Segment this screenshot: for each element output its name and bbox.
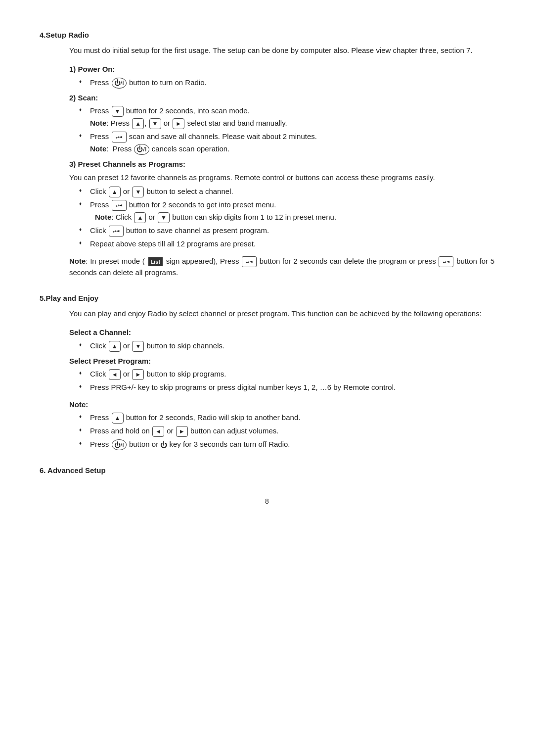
- down-icon-note: ▼: [149, 118, 161, 129]
- up-icon-preset-note: ▲: [134, 212, 146, 223]
- preset-list: Click ▲ or ▼ button to select a channel.…: [69, 186, 494, 250]
- note-item-1: Press ▲ button for 2 seconds, Radio will…: [79, 412, 494, 424]
- up-icon-band: ▲: [112, 413, 124, 424]
- left-icon-preset: ◄: [109, 369, 121, 380]
- power-on-item-1: Press ⏻/I button to turn on Radio.: [79, 77, 494, 89]
- preset-intro: You can preset 12 favorite channels as p…: [69, 172, 494, 184]
- enter-icon-preset2: ↵◄: [109, 226, 124, 236]
- enter-icon-preset: ↵◄: [112, 200, 127, 211]
- down-icon-preset: ▼: [132, 187, 144, 197]
- select-channel-item-1: Click ▲ or ▼ button to skip channels.: [79, 340, 494, 352]
- notes-title: Note:: [69, 399, 494, 411]
- select-preset-title: Select Preset Program:: [69, 356, 494, 367]
- select-preset-item-2: Press PRG+/- key to skip programs or pre…: [79, 382, 494, 393]
- right-icon-preset: ►: [132, 369, 144, 380]
- section-5-title: 5.Play and Enjoy: [40, 293, 494, 304]
- enter-icon-note2: ↵◄: [439, 256, 453, 267]
- preset-item-2: Press ↵◄ button for 2 seconds to get int…: [79, 199, 494, 223]
- down-icon-channel: ▼: [132, 341, 144, 352]
- subsection-power-on: 1) Power On: Press ⏻/I button to turn on…: [69, 64, 494, 89]
- select-preset-item-1: Click ◄ or ► button to skip programs.: [79, 369, 494, 380]
- up-icon-channel: ▲: [109, 341, 121, 352]
- section-6-title: 6. Advanced Setup: [40, 465, 494, 476]
- section-play-enjoy: 5.Play and Enjoy You can play and enjoy …: [40, 293, 494, 450]
- select-preset-list: Click ◄ or ► button to skip programs. Pr…: [69, 369, 494, 393]
- standby-icon-note: ⏻: [160, 440, 167, 450]
- page-number: 8: [40, 496, 494, 507]
- power-on-list: Press ⏻/I button to turn on Radio.: [69, 77, 494, 89]
- scan-list: Press ▼ button for 2 seconds, into scan …: [69, 105, 494, 155]
- preset-note-1: Note: Click ▲ or ▼ button can skip digit…: [90, 212, 494, 223]
- left-icon-vol: ◄: [152, 426, 164, 437]
- section-setup-radio: 4.Setup Radio You must do initial setup …: [40, 30, 494, 278]
- section-4-intro: You must do initial setup for the first …: [69, 45, 494, 56]
- subsection-preset: 3) Preset Channels as Programs: You can …: [69, 159, 494, 250]
- section-5-intro: You can play and enjoy Radio by select c…: [69, 308, 494, 320]
- scan-item-2: Press ↵◄ scan and save all channels. Ple…: [79, 131, 494, 155]
- power-icon-note: ⏻/I: [134, 144, 149, 155]
- select-channel-title: Select a Channel:: [69, 327, 494, 338]
- subsection-scan: 2) Scan: Press ▼ button for 2 seconds, i…: [69, 93, 494, 155]
- list-badge-note: List: [148, 257, 163, 267]
- right-icon-vol: ►: [176, 426, 188, 437]
- power-on-title: 1) Power On:: [69, 64, 494, 75]
- scan-note-2: Note: Press ⏻/I cancels scan operation.: [90, 143, 494, 155]
- scan-title: 2) Scan:: [69, 93, 494, 104]
- power-icon-off: ⏻/I: [112, 439, 127, 450]
- section-4-title: 4.Setup Radio: [40, 30, 494, 41]
- enter-icon-note1: ↵◄: [242, 256, 257, 267]
- note-item-3: Press ⏻/I button or ⏻ key for 3 seconds …: [79, 439, 494, 450]
- preset-item-1: Click ▲ or ▼ button to select a channel.: [79, 186, 494, 197]
- select-channel-list: Click ▲ or ▼ button to skip channels.: [69, 340, 494, 352]
- page-content: 4.Setup Radio You must do initial setup …: [40, 30, 494, 507]
- section-4-body: You must do initial setup for the first …: [40, 45, 494, 279]
- scan-item-1: Press ▼ button for 2 seconds, into scan …: [79, 105, 494, 129]
- down-icon-preset-note: ▼: [158, 212, 170, 223]
- note-item-2: Press and hold on ◄ or ► button can adju…: [79, 425, 494, 437]
- up-icon-preset: ▲: [109, 187, 121, 197]
- enter-icon-scan: ↵◄: [112, 132, 127, 142]
- subsection-select-preset: Select Preset Program: Click ◄ or ► butt…: [69, 356, 494, 393]
- power-btn-icon: ⏻/I: [112, 78, 127, 89]
- preset-item-4: Repeat above steps till all 12 programs …: [79, 238, 494, 250]
- section-4-bottom-note: Note: In preset mode ( List sign appeare…: [69, 256, 494, 279]
- section-advanced-setup: 6. Advanced Setup: [40, 465, 494, 476]
- up-icon-note: ▲: [132, 118, 144, 129]
- notes-list: Press ▲ button for 2 seconds, Radio will…: [69, 412, 494, 450]
- section-5-body: You can play and enjoy Radio by select c…: [40, 308, 494, 451]
- subsection-select-channel: Select a Channel: Click ▲ or ▼ button to…: [69, 327, 494, 352]
- right-icon-note: ►: [173, 118, 184, 129]
- preset-title: 3) Preset Channels as Programs:: [69, 159, 494, 170]
- subsection-notes: Note: Press ▲ button for 2 seconds, Radi…: [69, 399, 494, 451]
- preset-item-3: Click ↵◄ button to save channel as prese…: [79, 225, 494, 236]
- scan-note-1: Note: Press ▲, ▼ or ► select star and ba…: [90, 118, 494, 129]
- down-icon-scan: ▼: [112, 106, 124, 117]
